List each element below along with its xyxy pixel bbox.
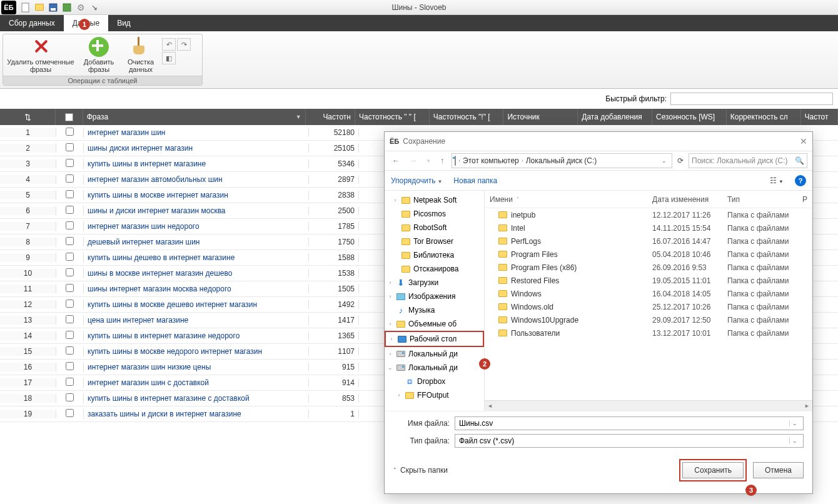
folder-tree[interactable]: ›Netpeak Soft Picosmos RobotSoft Tor Bro… bbox=[385, 191, 485, 411]
row-phrase[interactable]: шины в москве интернет магазин дешево bbox=[84, 269, 309, 278]
filetype-select[interactable]: Файл csv (*.csv)⌄ bbox=[455, 434, 804, 448]
row-phrase[interactable]: шины интернет магазин москва недорого bbox=[84, 285, 309, 293]
row-phrase[interactable]: шины диски интернет магазин bbox=[84, 144, 309, 153]
help-icon[interactable]: ? bbox=[795, 175, 806, 186]
col-date-added[interactable]: Дата добавления bbox=[578, 109, 652, 125]
crumb-this-pc[interactable]: Этот компьютер bbox=[463, 156, 519, 165]
row-checkbox[interactable] bbox=[56, 128, 84, 138]
col-checkbox[interactable] bbox=[56, 109, 83, 125]
crumb-dropdown-icon[interactable]: ⌄ bbox=[659, 158, 669, 164]
add-phrases-button[interactable]: Добавить фразы bbox=[78, 37, 119, 76]
tree-robotsoft[interactable]: RobotSoft bbox=[385, 221, 484, 234]
col-freq-exact[interactable]: Частотность "!" [ bbox=[430, 109, 504, 125]
close-icon[interactable]: ✕ bbox=[800, 136, 807, 146]
tree-local-disk2[interactable]: ⌄Локальный ди bbox=[385, 361, 484, 375]
file-row[interactable]: Windows.old25.12.2017 10:26Папка с файла… bbox=[485, 300, 812, 313]
row-checkbox[interactable] bbox=[56, 221, 84, 231]
fh-p[interactable]: Р bbox=[797, 195, 810, 204]
row-phrase[interactable]: цена шин интернет магазине bbox=[84, 316, 309, 325]
clean-data-button[interactable]: Очистка данных bbox=[122, 37, 159, 76]
fh-date[interactable]: Дата изменения bbox=[647, 195, 722, 204]
file-row[interactable]: Windows16.04.2018 14:05Папка с файлами bbox=[485, 287, 812, 300]
row-phrase[interactable]: заказать шины и диски в интернет магазин… bbox=[84, 410, 309, 418]
file-rows[interactable]: inetpub12.12.2017 11:26Папка с файламиIn… bbox=[485, 208, 812, 400]
col-rownum[interactable]: ⇅ bbox=[0, 109, 56, 125]
qat-open-icon[interactable] bbox=[34, 2, 45, 13]
row-phrase[interactable]: купить шины в москве дешево интернет маг… bbox=[84, 300, 309, 309]
row-phrase[interactable]: шины и диски интернет магазин москва bbox=[84, 206, 309, 215]
organize-button[interactable]: Упорядочить▼ bbox=[391, 176, 442, 185]
tree-volumes[interactable]: ›Объемные об bbox=[385, 317, 484, 331]
row-phrase[interactable]: купить шины в москве недорого интернет м… bbox=[84, 347, 309, 356]
row-checkbox[interactable] bbox=[56, 362, 84, 372]
tree-downloads[interactable]: ›⬇Загрузки bbox=[385, 276, 484, 290]
row-phrase[interactable]: купить шины в москве интернет магазин bbox=[84, 191, 309, 199]
file-row[interactable]: PerfLogs16.07.2016 14:47Папка с файлами bbox=[485, 234, 812, 248]
row-checkbox[interactable] bbox=[56, 284, 84, 294]
col-correctness[interactable]: Корректность сл bbox=[727, 109, 801, 125]
nav-recent-icon[interactable]: ▾ bbox=[425, 156, 433, 165]
tab-view[interactable]: Вид bbox=[108, 15, 139, 31]
refresh-icon[interactable]: ⟳ bbox=[677, 156, 684, 165]
file-row[interactable]: Restored Files19.05.2015 11:01Папка с фа… bbox=[485, 274, 812, 287]
row-checkbox[interactable] bbox=[56, 206, 84, 216]
col-source[interactable]: Источник bbox=[503, 109, 578, 125]
tab-collect[interactable]: Сбор данных bbox=[0, 15, 64, 31]
row-phrase[interactable]: интернет магазин шин с доставкой bbox=[84, 378, 309, 387]
row-phrase[interactable]: интернет магазин автомобильных шин bbox=[84, 175, 309, 184]
qat-new-icon[interactable] bbox=[20, 2, 31, 13]
file-row[interactable]: Intel14.11.2015 15:54Папка с файлами bbox=[485, 221, 812, 234]
file-row[interactable]: Program Files05.04.2018 10:46Папка с фай… bbox=[485, 248, 812, 261]
tree-library[interactable]: Библиотека bbox=[385, 248, 484, 262]
file-hscroll[interactable]: ◄► bbox=[485, 400, 812, 411]
col-seasonality[interactable]: Сезонность [WS] bbox=[652, 109, 727, 125]
row-checkbox[interactable] bbox=[56, 143, 84, 153]
crumb-drive[interactable]: Локальный диск (C:) bbox=[526, 156, 597, 165]
expand-button[interactable]: ◧ bbox=[162, 52, 176, 64]
tree-dropbox[interactable]: ⧈Dropbox bbox=[385, 375, 484, 388]
row-checkbox[interactable] bbox=[56, 237, 84, 247]
filter-input[interactable] bbox=[670, 93, 833, 105]
file-row[interactable]: Windows10Upgrade29.09.2017 12:50Папка с … bbox=[485, 313, 812, 326]
row-checkbox[interactable] bbox=[56, 331, 84, 341]
row-checkbox[interactable] bbox=[56, 253, 84, 263]
row-checkbox[interactable] bbox=[56, 190, 84, 200]
row-checkbox[interactable] bbox=[56, 346, 84, 356]
col-freq4[interactable]: Частот bbox=[801, 109, 838, 125]
row-checkbox[interactable] bbox=[56, 378, 84, 388]
save-button[interactable]: Сохранить bbox=[682, 462, 744, 478]
file-row[interactable]: Пользователи13.12.2017 10:01Папка с файл… bbox=[485, 326, 812, 340]
tree-images[interactable]: ›Изображения bbox=[385, 290, 484, 303]
redo-button[interactable]: ↷ bbox=[177, 38, 191, 51]
fh-type[interactable]: Тип bbox=[722, 195, 797, 204]
cancel-button[interactable]: Отмена bbox=[753, 462, 804, 478]
row-phrase[interactable]: интернет магазин шин bbox=[84, 128, 309, 137]
row-phrase[interactable]: дешевый интернет магазин шин bbox=[84, 238, 309, 246]
tree-netpeak[interactable]: ›Netpeak Soft bbox=[385, 193, 484, 207]
tree-tor[interactable]: Tor Browser bbox=[385, 234, 484, 248]
row-checkbox[interactable] bbox=[56, 268, 84, 278]
row-checkbox[interactable] bbox=[56, 409, 84, 419]
remove-marked-button[interactable]: Удалить отмеченные фразы bbox=[6, 37, 76, 76]
row-phrase[interactable]: купить шины в интернет магазине недорого bbox=[84, 331, 309, 340]
tree-ffoutput[interactable]: ›FFOutput bbox=[385, 388, 484, 402]
hide-folders-button[interactable]: ˄Скрыть папки bbox=[393, 466, 448, 475]
nav-up-icon[interactable]: ↑ bbox=[438, 155, 447, 166]
tree-desktop[interactable]: ›Рабочий стол bbox=[385, 331, 484, 347]
row-checkbox[interactable] bbox=[56, 300, 84, 310]
tree-music[interactable]: ♪Музыка bbox=[385, 303, 484, 317]
row-checkbox[interactable] bbox=[56, 174, 84, 184]
fh-name[interactable]: Имени˄ bbox=[485, 195, 647, 204]
col-freq-quoted[interactable]: Частотность " " [ bbox=[355, 109, 430, 125]
row-phrase[interactable]: купить шины в интернет магазине bbox=[84, 159, 309, 168]
new-folder-button[interactable]: Новая папка bbox=[453, 176, 497, 185]
tree-local-disk[interactable]: ›Локальный ди bbox=[385, 347, 484, 361]
undo-button[interactable]: ↶ bbox=[162, 38, 176, 51]
row-checkbox[interactable] bbox=[56, 393, 84, 403]
tree-scanned[interactable]: Отсканирова bbox=[385, 262, 484, 276]
col-freq[interactable]: Частотн bbox=[306, 109, 355, 125]
search-input[interactable]: Поиск: Локальный диск (C:) 🔍 bbox=[689, 153, 807, 168]
view-options-icon[interactable]: ☷ ▼ bbox=[770, 176, 784, 185]
breadcrumb[interactable]: › Этот компьютер › Локальный диск (C:) ⌄ bbox=[452, 153, 672, 168]
row-phrase[interactable]: купить шины в интернет магазине с достав… bbox=[84, 394, 309, 403]
